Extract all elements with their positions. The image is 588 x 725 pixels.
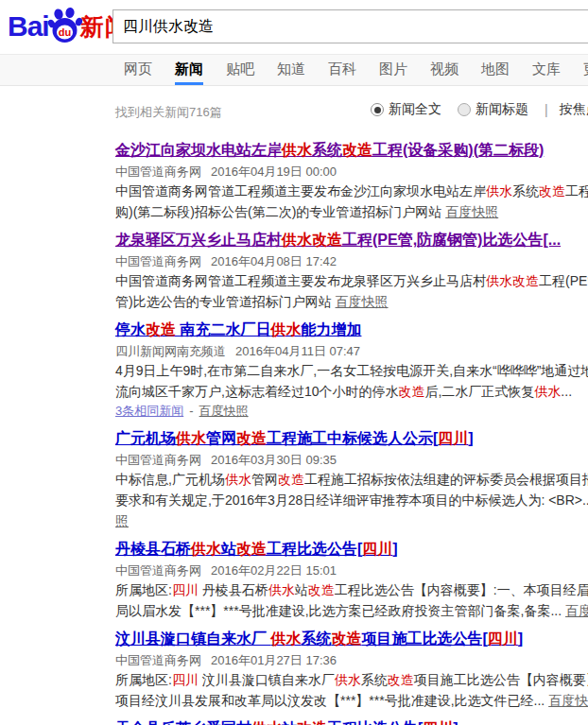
result-date: 2016年04月11日 07:47 — [235, 344, 360, 358]
text-segment: 项目施工比选公告[ — [361, 630, 487, 647]
nav-tab-贴吧[interactable]: 贴吧 — [226, 55, 254, 85]
highlighted-keyword: 四川 — [488, 630, 518, 647]
nav-tab-文库[interactable]: 文库 — [532, 55, 561, 85]
text-segment: 丹棱县石桥 — [115, 541, 191, 557]
highlighted-keyword: 供水 — [270, 630, 301, 647]
text-segment: 南充二水厂日 — [176, 321, 270, 337]
nav-tabs: 网页新闻贴吧知道百科图片视频地图文库更多 — [0, 55, 588, 85]
sort-by-focus-link[interactable]: 按焦点排序 — [560, 101, 588, 118]
radio-title-only-label[interactable]: 新闻标题 — [476, 101, 528, 118]
same-news-link[interactable]: 3条相同新闻 — [115, 404, 183, 418]
baidu-news-logo[interactable]: Bai du 新闻 — [8, 8, 130, 45]
highlighted-keyword: 改造 — [342, 142, 372, 158]
result-title-link[interactable]: 停水改造 南充二水厂日供水能力增加 — [115, 319, 361, 340]
text-segment: 天全县乐英乡爱国村 — [115, 720, 251, 725]
result-item: 停水改造 南充二水厂日供水能力增加四川新闻网南充频道2016年04月11日 07… — [115, 319, 588, 421]
highlighted-keyword: 供水 — [282, 142, 312, 158]
text-segment: 所属地区: — [115, 582, 172, 597]
baidu-paw-icon: du — [47, 7, 83, 44]
highlighted-keyword: 改造 — [308, 582, 335, 597]
result-title-link[interactable]: 汶川县漩口镇自来水厂 供水系统改造项目施工比选公告[四川] — [115, 629, 523, 649]
nav-tab-网页[interactable]: 网页 — [124, 55, 152, 85]
highlighted-keyword: 改造 — [297, 720, 327, 725]
search-scope-options: 新闻全文 新闻标题 | 按焦点排序 — [371, 101, 588, 118]
highlighted-keyword: 改造 — [388, 672, 414, 687]
radio-title-only[interactable] — [458, 103, 471, 116]
highlighted-keyword: 改造 — [539, 183, 565, 199]
header: Bai du 新闻 — [0, 0, 588, 54]
highlighted-keyword: 供水改造 — [486, 273, 539, 288]
results-list: 金沙江向家坝水电站左岸供水系统改造工程(设备采购)(第二标段)中国管道商务网20… — [115, 140, 588, 725]
highlighted-keyword: 改造 — [278, 472, 304, 487]
baidu-snapshot-link[interactable]: 百度快照 — [445, 204, 498, 219]
logo-text-bai: Bai — [8, 8, 49, 45]
result-date: 2016年01月27日 17:36 — [211, 653, 337, 667]
nav-tab-新闻[interactable]: 新闻 — [175, 55, 203, 85]
baidu-snapshot-link[interactable]: 百度快照 — [199, 404, 249, 418]
highlighted-keyword: 改造 — [398, 384, 424, 399]
text-segment: 工程(设备采购)(第二标段) — [372, 142, 544, 158]
nav-tab-地图[interactable]: 地图 — [481, 55, 510, 85]
result-item: 金沙江向家坝水电站左岸供水系统改造工程(设备采购)(第二标段)中国管道商务网20… — [115, 140, 588, 222]
text-segment: 站 — [282, 720, 297, 725]
highlighted-keyword: 四川 — [172, 672, 199, 687]
nav-tab-视频[interactable]: 视频 — [430, 55, 458, 85]
result-title-link[interactable]: 龙泉驿区万兴乡止马店村供水改造工程(PE管,防腐钢管)比选公告[... — [115, 230, 561, 250]
highlighted-keyword: 四川 — [362, 541, 392, 557]
baidu-snapshot-link[interactable]: 百度快照 — [548, 693, 588, 708]
text-segment: 停水 — [115, 321, 146, 337]
text-segment: 工程(PE管,防腐钢管)比选公告[... — [342, 232, 561, 248]
result-item: 广元机场供水管网改造工程施工中标候选人公示[四川]中国管道商务网2016年03月… — [115, 428, 588, 531]
result-source-line: 中国管道商务网2016年01月27日 17:36 — [115, 651, 588, 669]
result-source: 四川新闻网南充频道 — [115, 344, 226, 358]
result-title-link[interactable]: 丹棱县石桥供水站改造工程比选公告[四川] — [115, 539, 398, 560]
radio-fulltext-label[interactable]: 新闻全文 — [389, 101, 441, 118]
radio-fulltext[interactable] — [371, 103, 384, 116]
result-title-link[interactable]: 金沙江向家坝水电站左岸供水系统改造工程(设备采购)(第二标段) — [115, 140, 544, 161]
result-title-link[interactable]: 广元机场供水管网改造工程施工中标候选人公示[四川] — [115, 428, 474, 449]
nav-tab-更多[interactable]: 更多 — [583, 55, 588, 85]
result-source: 中国管道商务网 — [115, 254, 201, 268]
text-segment: ] — [468, 430, 473, 446]
nav-tabs-bar: 网页新闻贴吧知道百科图片视频地图文库更多 — [0, 54, 588, 86]
text-segment: 汶川县漩口镇自来水厂 — [115, 630, 270, 647]
result-title-link[interactable]: 天全县乐英乡爱国村供水站改造工程比选公告[四川] — [115, 718, 458, 725]
text-segment: 系统 — [512, 183, 539, 199]
result-snippet: 所属地区:四川 丹棱县石桥供水站改造工程比选公告【内容概要】:一、本项目经眉山市… — [115, 579, 588, 621]
svg-text:du: du — [58, 26, 70, 38]
text-segment: 工程施工中标候选人公示[ — [267, 430, 438, 446]
text-segment: 龙泉驿区万兴乡止马店村 — [115, 232, 282, 248]
baidu-snapshot-link[interactable]: 百度快照 — [336, 294, 389, 309]
result-date: 2016年04月08日 17:42 — [211, 254, 337, 268]
text-segment: 工程比选公告[ — [327, 720, 423, 725]
result-source: 中国管道商务网 — [115, 563, 201, 578]
result-source: 中国管道商务网 — [115, 453, 201, 467]
result-snippet: 中国管道商务网管道工程频道主要发布龙泉驿区万兴乡止马店村供水改造工程(PE管,防… — [115, 270, 588, 312]
highlighted-keyword: 供水 — [335, 672, 361, 687]
result-extra-links: 3条相同新闻-百度快照 — [115, 402, 588, 421]
result-date: 2016年03月30日 09:35 — [211, 453, 337, 467]
result-item: 汶川县漩口镇自来水厂 供水系统改造项目施工比选公告[四川]中国管道商务网2016… — [115, 629, 588, 711]
text-segment: 工程比选公告[ — [267, 541, 362, 557]
result-source-line: 中国管道商务网2016年03月30日 09:35 — [115, 451, 588, 469]
result-source-line: 中国管道商务网2016年04月19日 00:00 — [115, 163, 588, 181]
result-snippet: 所属地区:四川 汶川县漩口镇自来水厂供水系统改造项目施工比选公告【内容概要】:一… — [115, 669, 588, 711]
text-segment: 能力增加 — [301, 321, 361, 337]
text-segment: 广元机场 — [115, 430, 176, 446]
highlighted-keyword: 供水改造 — [282, 232, 342, 248]
text-segment: ] — [453, 720, 458, 725]
text-segment: 后,二水厂正式恢复 — [424, 384, 534, 399]
result-date: 2016年02月22日 15:01 — [211, 563, 337, 578]
baidu-snapshot-link[interactable]: 百度快照 — [565, 603, 588, 618]
highlighted-keyword: 供水 — [225, 472, 251, 487]
nav-tab-图片[interactable]: 图片 — [379, 55, 407, 85]
search-input[interactable] — [112, 9, 588, 43]
options-separator: | — [545, 102, 548, 117]
result-source: 中国管道商务网 — [115, 164, 201, 179]
text-segment: 站 — [295, 582, 308, 597]
nav-tab-知道[interactable]: 知道 — [277, 55, 305, 85]
text-segment: 中国管道商务网管道工程频道主要发布金沙江向家坝水电站左岸 — [115, 183, 486, 199]
result-source-line: 四川新闻网南充频道2016年04月11日 07:47 — [115, 342, 588, 360]
nav-tab-百科[interactable]: 百科 — [328, 55, 356, 85]
highlighted-keyword: 供水 — [270, 321, 301, 337]
